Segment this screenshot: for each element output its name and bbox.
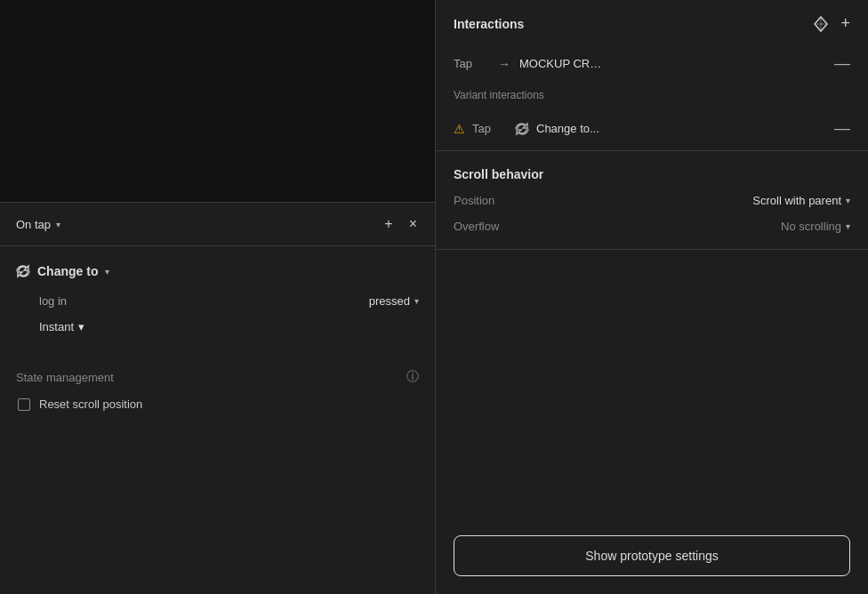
variant-prop-row: log in pressed ▾ [16,294,419,308]
tap-label: Tap [454,57,489,70]
instant-chevron-icon: ▾ [78,320,84,333]
overflow-dropdown[interactable]: No scrolling ▾ [781,220,850,233]
remove-variant-interaction-button[interactable]: — [834,119,850,138]
remove-interaction-button[interactable]: — [834,54,850,73]
prop-label: log in [39,294,67,308]
state-management-header: State management ⓘ [16,369,419,385]
on-tap-actions: + × [382,215,419,233]
position-chevron-icon: ▾ [846,196,850,205]
on-tap-header: On tap ▾ + × [0,203,435,246]
reset-scroll-checkbox[interactable] [18,398,30,411]
overflow-chevron-icon: ▾ [846,221,850,231]
diamond-icon[interactable] [812,15,830,33]
scroll-behavior-header: Scroll behavior [454,167,850,181]
top-dark-area [0,0,435,203]
instant-dropdown[interactable]: Instant ▾ [39,320,419,333]
arrow-icon: → [498,57,510,71]
prop-value-dropdown[interactable]: pressed ▾ [369,294,419,308]
prototype-btn-section: Show prototype settings [436,518,868,594]
overflow-label: Overflow [454,220,499,233]
change-to-section: Change to ▾ log in pressed ▾ Instant ▾ [0,246,435,365]
interactions-section: Interactions + Tap → MOCKUP CR… — Var [436,0,868,151]
warning-tap-label: Tap [472,122,508,135]
reset-scroll-label: Reset scroll position [39,397,142,411]
interactions-header: Interactions + [454,14,850,33]
change-to-chevron-icon[interactable]: ▾ [105,267,109,277]
variant-interactions-label: Variant interactions [454,82,850,110]
warning-icon: ⚠ [454,122,465,136]
overflow-row: Overflow No scrolling ▾ [454,220,850,233]
position-value: Scroll with parent [752,194,841,207]
interactions-actions: + [812,14,850,33]
state-management-section: State management ⓘ Reset scroll position [0,369,435,425]
position-label: Position [454,194,494,207]
tap-interaction-left: Tap → MOCKUP CR… [454,57,601,71]
add-interaction-button[interactable]: + [382,215,394,233]
info-icon[interactable]: ⓘ [406,369,419,385]
scroll-behavior-title: Scroll behavior [454,167,543,181]
on-tap-title: On tap [16,218,51,231]
warning-interaction-row: ⚠ Tap Change to... — [454,110,850,150]
show-prototype-settings-button[interactable]: Show prototype settings [454,535,850,576]
right-panel: Interactions + Tap → MOCKUP CR… — Var [436,0,868,594]
instant-label: Instant [39,320,74,333]
on-tap-left: On tap ▾ [16,218,60,231]
change-to-header: Change to ▾ [16,264,419,278]
change-to-icon [16,264,30,278]
reset-scroll-checkbox-row: Reset scroll position [16,397,419,411]
change-to-right-label[interactable]: Change to... [536,122,599,135]
on-tap-chevron-icon[interactable]: ▾ [56,220,60,229]
prop-value-text: pressed [369,294,410,308]
add-interaction-right-button[interactable]: + [840,14,850,33]
left-panel: On tap ▾ + × Change to ▾ log in pressed … [0,0,436,594]
change-to-title: Change to [37,264,98,278]
warning-left: ⚠ Tap Change to... [454,122,599,136]
close-interaction-button[interactable]: × [407,215,419,233]
tap-interaction-row: Tap → MOCKUP CR… — [454,45,850,82]
prop-value-chevron-icon: ▾ [414,296,419,306]
position-dropdown[interactable]: Scroll with parent ▾ [752,194,850,207]
rotate-icon [515,122,529,136]
state-management-title: State management [16,371,114,384]
interactions-title: Interactions [454,17,524,31]
scroll-behavior-section: Scroll behavior Position Scroll with par… [436,151,868,250]
overflow-value: No scrolling [781,220,841,233]
position-row: Position Scroll with parent ▾ [454,194,850,207]
interaction-target[interactable]: MOCKUP CR… [519,57,601,70]
instant-row: Instant ▾ [16,320,419,333]
